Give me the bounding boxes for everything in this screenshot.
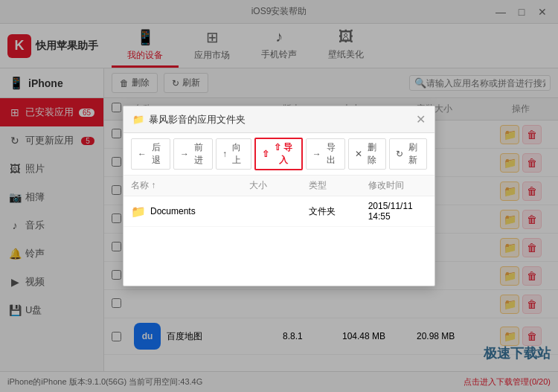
back-button[interactable]: ← 后退	[131, 138, 170, 170]
modal-delete-button[interactable]: ✕ 删除	[348, 138, 386, 170]
modal-toolbar: ← 后退 → 前进 ↑ 向上 ⇧ ⇧ 导入 → 导出 ✕ 删除	[124, 133, 434, 176]
modal-refresh-icon: ↻	[396, 149, 403, 159]
file-browser-modal: 📁 暴风影音的应用文件夹 ✕ ← 后退 → 前进 ↑ 向上 ⇧ ⇧ 导入	[123, 106, 435, 286]
documents-type: 文件夹	[309, 205, 368, 218]
modal-header-type: 类型	[309, 179, 368, 192]
modal-folder-icon: 📁	[132, 114, 144, 125]
modal-close-button[interactable]: ✕	[416, 112, 426, 126]
documents-date: 2015/11/11 14:55	[368, 201, 427, 222]
modal-title-bar: 📁 暴风影音的应用文件夹 ✕	[124, 106, 434, 133]
forward-button[interactable]: → 前进	[173, 138, 213, 170]
documents-folder-icon: 📁	[131, 205, 146, 219]
modal-table-header: 名称 ↑ 大小 类型 修改时间	[124, 176, 434, 196]
forward-icon: →	[180, 149, 189, 159]
modal-delete-icon: ✕	[355, 149, 362, 159]
up-icon: ↑	[222, 149, 227, 159]
modal-overlay: 📁 暴风影音的应用文件夹 ✕ ← 后退 → 前进 ↑ 向上 ⇧ ⇧ 导入	[0, 0, 558, 392]
modal-row-documents[interactable]: 📁 Documents 文件夹 2015/11/11 14:55	[124, 196, 434, 227]
modal-header-size: 大小	[249, 179, 309, 192]
import-icon: ⇧	[262, 149, 269, 159]
modal-header-name: 名称 ↑	[131, 179, 249, 192]
modal-table-body: 📁 Documents 文件夹 2015/11/11 14:55	[124, 196, 434, 286]
import-button[interactable]: ⇧ ⇧ 导入	[254, 138, 303, 170]
back-icon: ←	[138, 149, 147, 159]
export-icon: →	[312, 149, 321, 159]
modal-refresh-button[interactable]: ↻ 刷新	[389, 138, 427, 170]
up-button[interactable]: ↑ 向上	[216, 138, 251, 170]
export-button[interactable]: → 导出	[306, 138, 345, 170]
modal-title: 📁 暴风影音的应用文件夹	[132, 113, 246, 126]
modal-header-date: 修改时间	[368, 179, 427, 192]
documents-name: Documents	[150, 206, 196, 216]
